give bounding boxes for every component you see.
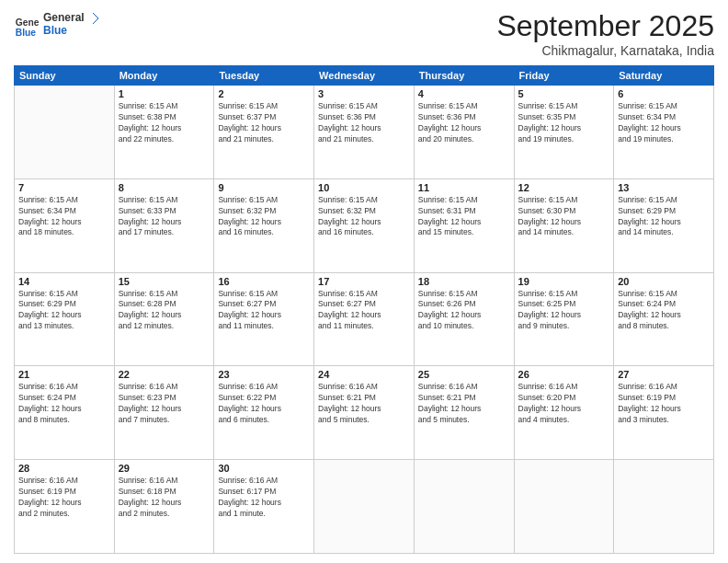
calendar-cell: 25Sunrise: 6:16 AMSunset: 6:21 PMDayligh… xyxy=(414,366,514,460)
calendar-cell: 3Sunrise: 6:15 AMSunset: 6:36 PMDaylight… xyxy=(314,86,415,179)
calendar-cell: 18Sunrise: 6:15 AMSunset: 6:26 PMDayligh… xyxy=(414,272,514,366)
calendar-cell: 30Sunrise: 6:16 AMSunset: 6:17 PMDayligh… xyxy=(214,460,314,554)
day-info: Sunrise: 6:15 AMSunset: 6:33 PMDaylight:… xyxy=(119,195,210,239)
day-number: 19 xyxy=(518,276,610,287)
logo-icon: General Blue xyxy=(14,14,40,40)
day-number: 25 xyxy=(418,369,510,380)
calendar-cell: 26Sunrise: 6:16 AMSunset: 6:20 PMDayligh… xyxy=(514,366,614,460)
calendar-cell: 5Sunrise: 6:15 AMSunset: 6:35 PMDaylight… xyxy=(514,86,614,179)
day-info: Sunrise: 6:16 AMSunset: 6:19 PMDaylight:… xyxy=(18,476,110,520)
day-header-thursday: Thursday xyxy=(414,66,514,86)
calendar-cell: 27Sunrise: 6:16 AMSunset: 6:19 PMDayligh… xyxy=(614,366,714,460)
day-info: Sunrise: 6:16 AMSunset: 6:20 PMDaylight:… xyxy=(518,382,610,426)
day-number: 13 xyxy=(618,182,710,193)
day-info: Sunrise: 6:15 AMSunset: 6:25 PMDaylight:… xyxy=(518,289,610,333)
calendar-cell: 20Sunrise: 6:15 AMSunset: 6:24 PMDayligh… xyxy=(614,272,714,366)
calendar-cell xyxy=(15,86,115,179)
svg-marker-5 xyxy=(93,13,98,24)
day-number: 5 xyxy=(518,88,610,99)
day-info: Sunrise: 6:16 AMSunset: 6:18 PMDaylight:… xyxy=(119,476,210,520)
day-number: 14 xyxy=(18,276,110,287)
svg-text:Blue: Blue xyxy=(16,28,37,38)
week-row-3: 14Sunrise: 6:15 AMSunset: 6:29 PMDayligh… xyxy=(15,272,714,366)
day-info: Sunrise: 6:15 AMSunset: 6:32 PMDaylight:… xyxy=(318,195,410,239)
day-info: Sunrise: 6:16 AMSunset: 6:24 PMDaylight:… xyxy=(18,382,110,426)
day-info: Sunrise: 6:15 AMSunset: 6:37 PMDaylight:… xyxy=(218,101,310,145)
day-info: Sunrise: 6:16 AMSunset: 6:17 PMDaylight:… xyxy=(218,476,310,520)
day-number: 26 xyxy=(518,369,610,380)
day-info: Sunrise: 6:16 AMSunset: 6:22 PMDaylight:… xyxy=(218,382,310,426)
page: General Blue General Blue September 2025… xyxy=(0,0,728,563)
day-info: Sunrise: 6:16 AMSunset: 6:19 PMDaylight:… xyxy=(618,382,710,426)
week-row-4: 21Sunrise: 6:16 AMSunset: 6:24 PMDayligh… xyxy=(15,366,714,460)
day-info: Sunrise: 6:15 AMSunset: 6:29 PMDaylight:… xyxy=(618,195,710,239)
day-number: 15 xyxy=(119,276,210,287)
calendar-cell: 23Sunrise: 6:16 AMSunset: 6:22 PMDayligh… xyxy=(214,366,314,460)
day-number: 17 xyxy=(318,276,410,287)
calendar-cell: 2Sunrise: 6:15 AMSunset: 6:37 PMDaylight… xyxy=(214,86,314,179)
day-number: 18 xyxy=(418,276,510,287)
day-number: 11 xyxy=(418,182,510,193)
calendar-cell: 14Sunrise: 6:15 AMSunset: 6:29 PMDayligh… xyxy=(15,272,115,366)
calendar-cell: 13Sunrise: 6:15 AMSunset: 6:29 PMDayligh… xyxy=(614,178,714,272)
calendar-cell: 9Sunrise: 6:15 AMSunset: 6:32 PMDaylight… xyxy=(214,178,314,272)
calendar-header-row: SundayMondayTuesdayWednesdayThursdayFrid… xyxy=(15,66,714,86)
calendar-cell: 15Sunrise: 6:15 AMSunset: 6:28 PMDayligh… xyxy=(114,272,214,366)
calendar-cell: 21Sunrise: 6:16 AMSunset: 6:24 PMDayligh… xyxy=(15,366,115,460)
day-info: Sunrise: 6:16 AMSunset: 6:21 PMDaylight:… xyxy=(318,382,410,426)
calendar-cell: 4Sunrise: 6:15 AMSunset: 6:36 PMDaylight… xyxy=(414,86,514,179)
calendar-cell: 19Sunrise: 6:15 AMSunset: 6:25 PMDayligh… xyxy=(514,272,614,366)
day-info: Sunrise: 6:15 AMSunset: 6:26 PMDaylight:… xyxy=(418,289,510,333)
day-header-wednesday: Wednesday xyxy=(314,66,415,86)
day-number: 24 xyxy=(318,369,410,380)
calendar-cell xyxy=(514,460,614,554)
day-number: 16 xyxy=(218,276,310,287)
calendar-cell: 24Sunrise: 6:16 AMSunset: 6:21 PMDayligh… xyxy=(314,366,415,460)
calendar-cell: 28Sunrise: 6:16 AMSunset: 6:19 PMDayligh… xyxy=(15,460,115,554)
day-number: 6 xyxy=(618,88,710,99)
day-number: 1 xyxy=(119,88,210,99)
day-header-friday: Friday xyxy=(514,66,614,86)
day-info: Sunrise: 6:15 AMSunset: 6:29 PMDaylight:… xyxy=(18,289,110,333)
month-title: September 2025 xyxy=(496,9,714,43)
svg-text:General: General xyxy=(16,17,40,28)
day-info: Sunrise: 6:15 AMSunset: 6:31 PMDaylight:… xyxy=(418,195,510,239)
day-info: Sunrise: 6:15 AMSunset: 6:27 PMDaylight:… xyxy=(318,289,410,333)
calendar-cell: 16Sunrise: 6:15 AMSunset: 6:27 PMDayligh… xyxy=(214,272,314,366)
day-number: 29 xyxy=(119,463,210,474)
day-header-monday: Monday xyxy=(114,66,214,86)
day-number: 9 xyxy=(218,182,310,193)
week-row-2: 7Sunrise: 6:15 AMSunset: 6:34 PMDaylight… xyxy=(15,178,714,272)
calendar-cell: 17Sunrise: 6:15 AMSunset: 6:27 PMDayligh… xyxy=(314,272,415,366)
day-info: Sunrise: 6:15 AMSunset: 6:36 PMDaylight:… xyxy=(318,101,410,145)
day-info: Sunrise: 6:16 AMSunset: 6:23 PMDaylight:… xyxy=(119,382,210,426)
calendar-cell xyxy=(614,460,714,554)
day-number: 2 xyxy=(218,88,310,99)
calendar-cell xyxy=(314,460,415,554)
day-number: 4 xyxy=(418,88,510,99)
day-number: 28 xyxy=(18,463,110,474)
calendar-cell: 6Sunrise: 6:15 AMSunset: 6:34 PMDaylight… xyxy=(614,86,714,179)
calendar-cell: 7Sunrise: 6:15 AMSunset: 6:34 PMDaylight… xyxy=(15,178,115,272)
title-block: September 2025 Chikmagalur, Karnataka, I… xyxy=(496,9,714,58)
header: General Blue General Blue September 2025… xyxy=(14,9,714,58)
day-info: Sunrise: 6:15 AMSunset: 6:30 PMDaylight:… xyxy=(518,195,610,239)
svg-text:General: General xyxy=(43,11,85,24)
day-number: 23 xyxy=(218,369,310,380)
calendar-table: SundayMondayTuesdayWednesdayThursdayFrid… xyxy=(14,65,714,554)
day-info: Sunrise: 6:15 AMSunset: 6:27 PMDaylight:… xyxy=(218,289,310,333)
day-header-saturday: Saturday xyxy=(614,66,714,86)
calendar-cell: 10Sunrise: 6:15 AMSunset: 6:32 PMDayligh… xyxy=(314,178,415,272)
day-info: Sunrise: 6:15 AMSunset: 6:36 PMDaylight:… xyxy=(418,101,510,145)
day-info: Sunrise: 6:15 AMSunset: 6:34 PMDaylight:… xyxy=(18,195,110,239)
calendar-cell: 29Sunrise: 6:16 AMSunset: 6:18 PMDayligh… xyxy=(114,460,214,554)
calendar-cell: 8Sunrise: 6:15 AMSunset: 6:33 PMDaylight… xyxy=(114,178,214,272)
day-info: Sunrise: 6:15 AMSunset: 6:24 PMDaylight:… xyxy=(618,289,710,333)
day-header-sunday: Sunday xyxy=(15,66,115,86)
week-row-5: 28Sunrise: 6:16 AMSunset: 6:19 PMDayligh… xyxy=(15,460,714,554)
day-info: Sunrise: 6:15 AMSunset: 6:32 PMDaylight:… xyxy=(218,195,310,239)
day-info: Sunrise: 6:15 AMSunset: 6:34 PMDaylight:… xyxy=(618,101,710,145)
day-header-tuesday: Tuesday xyxy=(214,66,314,86)
calendar-cell: 12Sunrise: 6:15 AMSunset: 6:30 PMDayligh… xyxy=(514,178,614,272)
day-number: 3 xyxy=(318,88,410,99)
